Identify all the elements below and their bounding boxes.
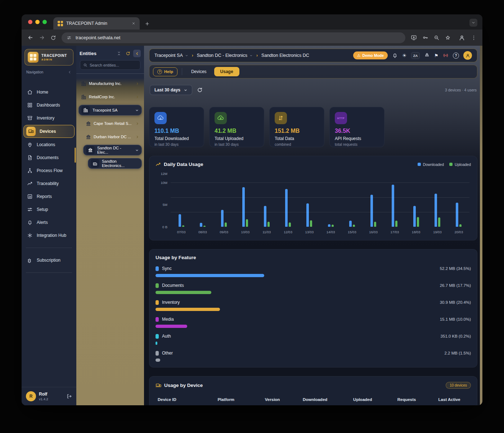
collapse-panel-icon[interactable] — [133, 50, 141, 57]
question-icon: ? — [157, 69, 162, 74]
forward-button[interactable] — [39, 35, 45, 41]
tree-item-manufacturing-inc[interactable]: Manufacturing Inc. — [78, 78, 142, 89]
tab-close-icon[interactable] — [132, 22, 135, 25]
help-button[interactable]: ?Help — [153, 67, 177, 76]
rocket-icon[interactable] — [424, 53, 430, 58]
feature-name: Media — [162, 317, 174, 322]
device-user-summary: 3 devices · 4 users — [445, 88, 477, 92]
bar-group-16-03 — [363, 173, 384, 227]
minimize-window-button[interactable] — [35, 20, 40, 24]
address-bar[interactable]: tracepoint.sethala.net — [62, 32, 405, 43]
browser-tab[interactable]: TRACEPOINT Admin — [53, 17, 140, 30]
search-input[interactable] — [90, 63, 137, 67]
feature-swatch — [156, 334, 159, 339]
sidebar-item-label: Dashboards — [37, 103, 60, 108]
theme-sun-icon[interactable]: ☀ — [402, 53, 407, 58]
zoom-out-icon[interactable] — [434, 35, 440, 41]
breadcrumb-item-sandton-electronics-dc[interactable]: Sandton Electronics DC — [261, 53, 309, 58]
help-circle-icon[interactable]: ? — [453, 53, 459, 59]
install-app-icon[interactable] — [411, 35, 417, 41]
breadcrumb-item-tracepoint-sa[interactable]: Tracepoint SA — [154, 53, 188, 58]
tree-item-cape-town-retail-s[interactable]: Cape Town Retail S... — [83, 118, 142, 129]
back-button[interactable] — [27, 35, 33, 41]
sidebar-divider — [26, 248, 72, 248]
sidebar-item-process-flow[interactable]: Process Flow — [22, 164, 76, 177]
tree-item-sandton-electronics[interactable]: Sandton Electronics... — [88, 158, 142, 169]
profile-icon[interactable] — [458, 34, 465, 41]
chevron-down-icon — [184, 88, 188, 92]
sidebar-item-traceability[interactable]: Traceability — [22, 177, 76, 190]
feature-row-auth: Auth351.0 KB (0.2%) — [156, 334, 471, 345]
tab-devices[interactable]: Devices — [186, 67, 211, 76]
bookmark-star-icon[interactable] — [445, 35, 451, 41]
sidebar-item-home[interactable]: Home — [22, 86, 76, 99]
grid-icon — [27, 102, 33, 108]
sidebar-item-documents[interactable]: Documents — [22, 151, 76, 164]
new-tab-button[interactable] — [145, 21, 150, 26]
uploaded-bar — [459, 224, 462, 227]
tree-item-durban-harbor-dc[interactable]: Durban Harbor DC ... — [83, 131, 142, 142]
feature-swatch — [156, 266, 159, 271]
sidebar-item-locations[interactable]: Locations — [22, 138, 76, 151]
chevron-down-icon[interactable] — [135, 108, 139, 112]
user-avatar[interactable]: R — [26, 391, 36, 401]
device-icon — [156, 383, 161, 388]
feature-bar — [156, 325, 187, 328]
flag-icon[interactable]: ⚑ — [434, 53, 438, 58]
entities-search[interactable] — [80, 60, 140, 70]
demo-mode-badge[interactable]: ⚠Demo Mode — [353, 51, 388, 59]
sidebar-item-alerts[interactable]: Alerts — [22, 216, 76, 229]
refresh-entities-icon[interactable] — [124, 50, 132, 57]
refresh-data-icon[interactable] — [197, 87, 203, 93]
locale-selector[interactable]: ZA — [411, 52, 420, 59]
column-header-uploaded: Uploaded — [351, 393, 395, 405]
stat-card-total-uploaded: 41.2 MBTotal Uploadedin last 30 days — [209, 107, 264, 147]
browser-menu-icon[interactable] — [471, 35, 477, 41]
bar-group-18-03 — [405, 173, 427, 227]
chevron-right-icon[interactable] — [135, 122, 139, 126]
tree-item-label: Cape Town Retail S... — [94, 121, 132, 126]
chevron-down-icon[interactable] — [135, 148, 139, 152]
legend-downloaded: Downloaded — [418, 162, 444, 167]
sidebar-item-inventory[interactable]: Inventory — [22, 112, 76, 125]
sidebar-item-label: Process Flow — [37, 168, 63, 173]
chevron-right-icon[interactable] — [135, 82, 139, 86]
broadcast-icon[interactable] — [443, 53, 449, 58]
sidebar-item-label: Documents — [37, 155, 59, 160]
user-name: Rolf — [39, 392, 48, 397]
date-range-dropdown[interactable]: Last 30 days — [150, 85, 192, 95]
tab-usage[interactable]: Usage — [214, 67, 239, 76]
tree-item-sandton-dc-elec[interactable]: Sandton DC - Elec... — [83, 145, 142, 155]
header-avatar-icon[interactable] — [463, 51, 472, 60]
collapse-all-icon[interactable] — [115, 50, 123, 57]
sidebar-item-setup[interactable]: Setup — [22, 203, 76, 216]
feature-bar — [156, 308, 220, 311]
tree-item-tracepoint-sa[interactable]: Tracepoint SA — [78, 105, 142, 116]
maximize-window-button[interactable] — [42, 20, 47, 24]
x-axis-tick: 08/03 — [192, 230, 213, 234]
sidebar-item-reports[interactable]: Reports — [22, 190, 76, 203]
sidebar-scrollbar[interactable] — [75, 148, 76, 163]
sidebar-collapse-icon[interactable] — [68, 70, 72, 74]
features-title: Usage by Feature — [156, 255, 196, 260]
sidebar-item-dashboards[interactable]: Dashboards — [22, 99, 76, 112]
caret-down-icon — [249, 54, 253, 57]
close-window-button[interactable] — [28, 20, 32, 24]
site-settings-icon[interactable] — [67, 35, 72, 40]
reload-button[interactable] — [50, 35, 56, 41]
sidebar-item-subscription[interactable]: Subscription — [22, 254, 76, 267]
feature-swatch — [156, 300, 159, 305]
chevron-right-icon[interactable] — [135, 95, 139, 99]
downloaded-bar — [242, 187, 245, 227]
legend-uploaded: Uploaded — [449, 162, 471, 167]
chevron-right-icon[interactable] — [135, 135, 139, 139]
logout-icon[interactable] — [66, 393, 72, 399]
notifications-bell-icon[interactable] — [392, 53, 398, 58]
tab-search-button[interactable] — [469, 19, 477, 27]
breadcrumb-item-sandton-dc-electronics[interactable]: Sandton DC - Electronics — [197, 53, 253, 58]
sidebar-item-integration-hub[interactable]: Integration Hub — [22, 229, 76, 242]
sidebar-item-devices[interactable]: Devices — [23, 125, 75, 138]
password-key-icon[interactable] — [422, 35, 428, 41]
cloudDown-icon — [154, 112, 167, 124]
tree-item-retailcorp-inc[interactable]: RetailCorp Inc. — [78, 91, 142, 102]
